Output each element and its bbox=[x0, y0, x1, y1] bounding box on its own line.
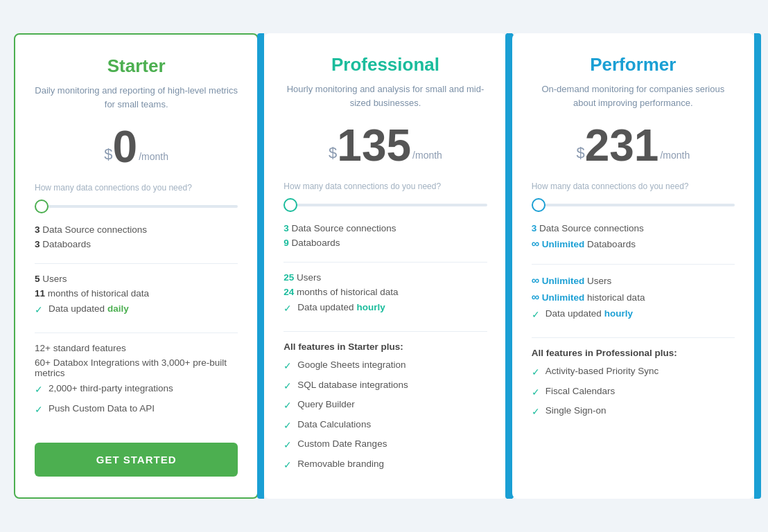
professional-plan-card: Professional Hourly monitoring and analy… bbox=[264, 33, 506, 498]
performer-databoards: ∞ Unlimited Databoards bbox=[532, 238, 735, 250]
starter-data-source: 3 Data Source connections bbox=[35, 224, 238, 235]
starter-divider-2 bbox=[35, 332, 238, 333]
performer-currency: $ bbox=[576, 144, 584, 162]
starter-slider[interactable] bbox=[35, 205, 238, 208]
starter-cta-button[interactable]: GET STARTED bbox=[35, 443, 238, 477]
performer-check-1: ✓ bbox=[532, 366, 540, 380]
performer-extra-3: ✓ Single Sign-on bbox=[532, 405, 735, 419]
professional-databoards: 9 Databoards bbox=[283, 238, 487, 248]
starter-currency: $ bbox=[104, 145, 112, 163]
starter-period: /month bbox=[139, 151, 168, 162]
starter-divider-1 bbox=[35, 263, 238, 264]
professional-extra-6: ✓ Removable branding bbox=[283, 458, 487, 472]
performer-data-update: ✓ Data updated hourly bbox=[532, 308, 735, 322]
professional-extra-4: ✓ Data Calculations bbox=[283, 418, 487, 433]
professional-data-update: ✓ Data updated hourly bbox=[283, 301, 487, 316]
professional-historical: 24 months of historical data bbox=[283, 287, 487, 297]
performer-divider-1 bbox=[532, 264, 735, 265]
starter-plan-name: Starter bbox=[35, 55, 238, 77]
starter-price: 0 bbox=[113, 125, 138, 169]
professional-slider-container bbox=[283, 197, 487, 209]
starter-data-update: ✓ Data updated daily bbox=[35, 303, 238, 317]
performer-divider-2 bbox=[532, 337, 735, 338]
professional-check-update: ✓ bbox=[283, 302, 292, 316]
professional-data-source: 3 Data Source connections bbox=[283, 223, 487, 233]
performer-users: ∞ Unlimited Users bbox=[532, 274, 735, 287]
professional-divider-2 bbox=[283, 331, 487, 332]
starter-slider-container bbox=[35, 198, 238, 211]
starter-connections-label: How many data connections do you need? bbox=[35, 183, 238, 193]
performer-connections-label: How many data connections do you need? bbox=[532, 181, 735, 191]
starter-push-data: ✓ Push Custom Data to API bbox=[35, 402, 238, 417]
performer-historical: ∞ Unlimited historical data bbox=[532, 291, 735, 303]
professional-plan-name: Professional bbox=[283, 54, 487, 76]
performer-data-source: 3 Data Source connections bbox=[532, 223, 735, 233]
performer-extra-2: ✓ Fiscal Calendars bbox=[532, 385, 735, 400]
performer-check-3: ✓ bbox=[532, 405, 540, 419]
professional-period: /month bbox=[412, 150, 442, 161]
professional-check-3: ✓ bbox=[283, 399, 292, 413]
starter-price-container: $ 0 /month bbox=[35, 125, 238, 169]
performer-plan-description: On-demand monitoring for companies serio… bbox=[532, 82, 735, 109]
performer-slider-container bbox=[532, 197, 735, 209]
professional-currency: $ bbox=[329, 144, 337, 162]
professional-check-1: ✓ bbox=[283, 360, 292, 373]
starter-users: 5 Users bbox=[35, 274, 238, 284]
pricing-container: Starter Daily monitoring and reporting o… bbox=[14, 33, 754, 498]
performer-update-freq: hourly bbox=[604, 308, 633, 321]
professional-check-5: ✓ bbox=[283, 438, 292, 452]
professional-extra-2: ✓ SQL database integrations bbox=[283, 379, 487, 393]
starter-plan-description: Daily monitoring and reporting of high-l… bbox=[35, 84, 238, 111]
performer-check-update: ✓ bbox=[532, 308, 540, 322]
starter-check-update: ✓ bbox=[35, 303, 43, 317]
performer-check-2: ✓ bbox=[532, 386, 540, 400]
performer-plan-name: Performer bbox=[532, 54, 735, 76]
starter-plan-card: Starter Daily monitoring and reporting o… bbox=[14, 33, 259, 498]
performer-extra-1: ✓ Activity-based Priority Sync bbox=[532, 365, 735, 380]
performer-plan-card: Performer On-demand monitoring for compa… bbox=[512, 33, 754, 498]
professional-extra-1: ✓ Google Sheets integration bbox=[283, 359, 487, 373]
performer-all-features-label: All features in Professional plus: bbox=[532, 348, 735, 358]
starter-standard-features: 12+ standard features bbox=[35, 343, 238, 353]
professional-price-container: $ 135 /month bbox=[283, 123, 487, 168]
starter-historical: 11 months of historical data bbox=[35, 288, 238, 299]
starter-update-freq: daily bbox=[107, 303, 129, 316]
professional-slider[interactable] bbox=[283, 204, 487, 206]
performer-price-container: $ 231 /month bbox=[532, 123, 735, 168]
professional-extra-5: ✓ Custom Date Ranges bbox=[283, 438, 487, 452]
performer-price: 231 bbox=[585, 123, 659, 168]
professional-extra-3: ✓ Query Builder bbox=[283, 398, 487, 413]
starter-check-push: ✓ bbox=[35, 403, 43, 417]
professional-check-6: ✓ bbox=[283, 459, 292, 472]
professional-plan-description: Hourly monitoring and analysis for small… bbox=[283, 82, 487, 109]
performer-slider[interactable] bbox=[532, 204, 735, 206]
professional-divider-1 bbox=[283, 262, 487, 263]
professional-check-2: ✓ bbox=[283, 380, 292, 393]
starter-check-third: ✓ bbox=[35, 383, 43, 397]
professional-price: 135 bbox=[337, 123, 411, 168]
professional-users: 25 Users bbox=[283, 272, 487, 283]
starter-integrations: 60+ Databox Integrations with 3,000+ pre… bbox=[35, 357, 238, 378]
professional-all-features-label: All features in Starter plus: bbox=[283, 342, 487, 352]
professional-check-4: ✓ bbox=[283, 419, 292, 433]
performer-period: /month bbox=[660, 150, 690, 161]
starter-databoards: 3 Databoards bbox=[35, 239, 238, 249]
starter-third-party: ✓ 2,000+ third-party integrations bbox=[35, 382, 238, 397]
professional-update-freq: hourly bbox=[356, 301, 385, 314]
professional-connections-label: How many data connections do you need? bbox=[283, 181, 487, 191]
